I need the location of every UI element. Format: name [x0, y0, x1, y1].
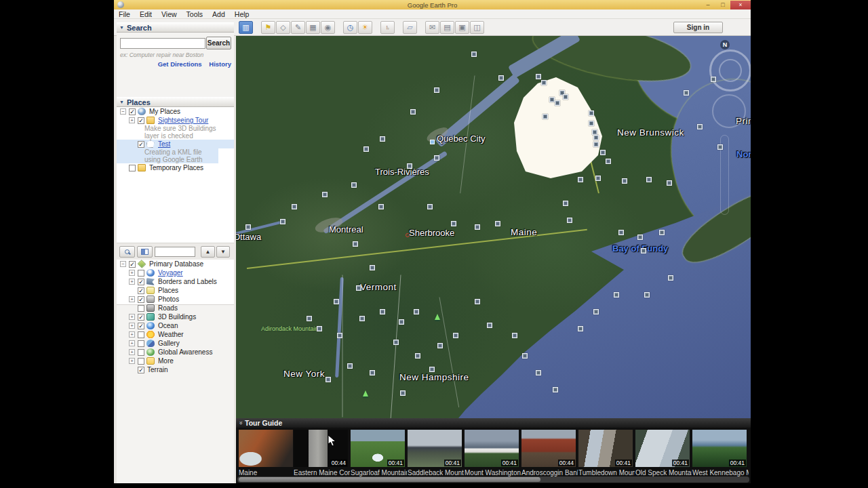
toggle-sidebar-button[interactable]: ▥	[239, 21, 253, 34]
checkbox[interactable]: ✓	[138, 287, 144, 294]
label[interactable]: Primary Database	[148, 260, 205, 268]
expander-icon[interactable]: +	[129, 117, 135, 123]
checkbox[interactable]: ✓	[138, 141, 144, 148]
photo-marker-icon[interactable]	[522, 353, 528, 359]
layers-item-voyager[interactable]: +Voyager	[117, 268, 234, 277]
photo-marker-icon[interactable]	[589, 110, 594, 116]
search-panel-header[interactable]: ▼ Search	[117, 22, 234, 33]
photo-marker-icon[interactable]	[410, 109, 416, 115]
photo-marker-icon[interactable]	[592, 129, 597, 135]
photo-marker-icon[interactable]	[512, 333, 517, 338]
label[interactable]: Gallery	[157, 340, 181, 347]
expander-icon[interactable]: −	[120, 261, 126, 267]
photo-marker-icon[interactable]	[451, 221, 456, 226]
photo-marker-icon[interactable]	[317, 326, 322, 331]
photo-marker-icon[interactable]	[593, 309, 599, 314]
get-directions-link[interactable]: Get Directions	[158, 60, 202, 68]
toggle-pane-button[interactable]	[137, 246, 153, 258]
sunlight-button[interactable]: ☀	[358, 21, 372, 34]
layers-item-more[interactable]: +More	[117, 357, 234, 365]
checkbox[interactable]	[129, 165, 136, 171]
photo-marker-icon[interactable]	[600, 150, 606, 155]
photo-marker-icon[interactable]	[326, 377, 331, 382]
photo-marker-icon[interactable]	[668, 275, 673, 281]
photo-marker-icon[interactable]	[363, 146, 369, 152]
search-button[interactable]: Search	[206, 37, 231, 49]
photo-marker-icon[interactable]	[644, 292, 650, 298]
photo-marker-icon[interactable]	[542, 114, 548, 119]
tour-thumbnail[interactable]: 00:41	[465, 430, 519, 467]
tour-thumbnail[interactable]: 00:41	[578, 430, 633, 467]
photo-marker-icon[interactable]	[595, 176, 601, 181]
photo-marker-icon[interactable]	[618, 230, 624, 235]
photo-marker-icon[interactable]	[245, 224, 251, 230]
photo-marker-icon[interactable]	[370, 370, 375, 375]
ruler-button[interactable]: ▱	[403, 21, 417, 34]
planets-button[interactable]: ♄	[380, 21, 395, 34]
close-button[interactable]: ×	[730, 1, 751, 9]
photo-marker-icon[interactable]	[641, 248, 646, 253]
photo-marker-icon[interactable]	[400, 390, 406, 396]
photo-marker-icon[interactable]	[292, 204, 297, 209]
add-placemark-button[interactable]: ⚑	[261, 21, 275, 34]
photo-marker-icon[interactable]	[359, 316, 365, 321]
photo-marker-icon[interactable]	[622, 178, 627, 184]
tour-item-eastern-maine-com[interactable]: 00:44Eastern Maine Com...	[294, 430, 350, 476]
maximize-button[interactable]: □	[715, 1, 730, 9]
photo-marker-icon[interactable]	[356, 285, 361, 291]
places-item-temporary-places[interactable]: +Temporary Places	[117, 163, 234, 172]
photo-marker-icon[interactable]	[578, 177, 583, 182]
layers-item-terrain[interactable]: +✓Terrain	[117, 365, 234, 374]
map-viewport[interactable]: N Quebec CityTrois-RivièresMontrealOttaw…	[236, 36, 751, 418]
photo-marker-icon[interactable]	[427, 204, 433, 209]
checkbox[interactable]	[138, 340, 144, 347]
checkbox[interactable]: ✓	[129, 108, 136, 115]
label[interactable]: More	[157, 357, 175, 365]
photo-marker-icon[interactable]	[407, 163, 412, 169]
checkbox[interactable]: ✓	[138, 279, 144, 285]
history-link[interactable]: History	[209, 60, 231, 68]
tour-item-androscoggin-bank[interactable]: 00:44Androscoggin Bank ...	[521, 430, 578, 476]
photo-marker-icon[interactable]	[347, 363, 353, 369]
photo-marker-icon[interactable]	[487, 323, 492, 328]
layers-item-photos[interactable]: +✓Photos	[117, 295, 234, 304]
label[interactable]: Global Awareness	[157, 348, 214, 356]
tour-item-mount-washington[interactable]: 00:41Mount Washington	[465, 430, 521, 476]
add-polygon-button[interactable]: ◇	[276, 21, 290, 34]
tour-item-maine[interactable]: Maine	[239, 430, 293, 476]
label[interactable]: Terrain	[146, 366, 170, 373]
tour-item-saddleback-mountain[interactable]: 00:41Saddleback Mountain	[408, 430, 464, 476]
label[interactable]: 3D Buildings	[157, 313, 197, 321]
view-in-maps-button[interactable]: ◫	[470, 21, 484, 34]
compass-north-icon[interactable]: N	[720, 40, 730, 49]
photo-marker-icon[interactable]	[280, 219, 285, 224]
minimize-button[interactable]: –	[701, 1, 715, 9]
photo-marker-icon[interactable]	[536, 370, 541, 375]
label[interactable]: Ocean	[157, 322, 179, 329]
checkbox[interactable]: ✓	[138, 117, 144, 124]
photo-marker-icon[interactable]	[437, 343, 443, 348]
layers-item-gallery[interactable]: +Gallery	[117, 339, 234, 348]
park-marker-icon[interactable]	[435, 314, 440, 320]
photo-marker-icon[interactable]	[578, 326, 583, 331]
layers-item-global-awareness[interactable]: +Global Awareness	[117, 348, 234, 357]
test-kml-polygon[interactable]	[514, 77, 604, 179]
photo-marker-icon[interactable]	[717, 144, 723, 150]
expander-icon[interactable]: +	[129, 358, 135, 364]
tour-item-tumbledown-mountain[interactable]: 00:41Tumbledown Mountain	[578, 430, 635, 476]
tour-thumbnail[interactable]: 00:44	[521, 430, 576, 467]
photo-marker-icon[interactable]	[399, 319, 404, 325]
checkbox[interactable]	[138, 331, 144, 338]
photo-marker-icon[interactable]	[415, 353, 420, 359]
photo-marker-icon[interactable]	[434, 87, 439, 93]
next-result-button[interactable]: ▼	[216, 246, 230, 258]
photo-marker-icon[interactable]	[541, 80, 547, 85]
label[interactable]: Sightseeing Tour	[157, 117, 210, 124]
label[interactable]: Photos	[157, 296, 180, 303]
checkbox[interactable]	[138, 270, 144, 277]
photo-marker-icon[interactable]	[563, 201, 568, 206]
expander-icon[interactable]: +	[129, 279, 135, 285]
label[interactable]: Borders and Labels	[157, 278, 218, 285]
layers-item-primary-database[interactable]: −✓Primary Database	[117, 260, 234, 268]
menu-add[interactable]: Add	[208, 10, 230, 18]
